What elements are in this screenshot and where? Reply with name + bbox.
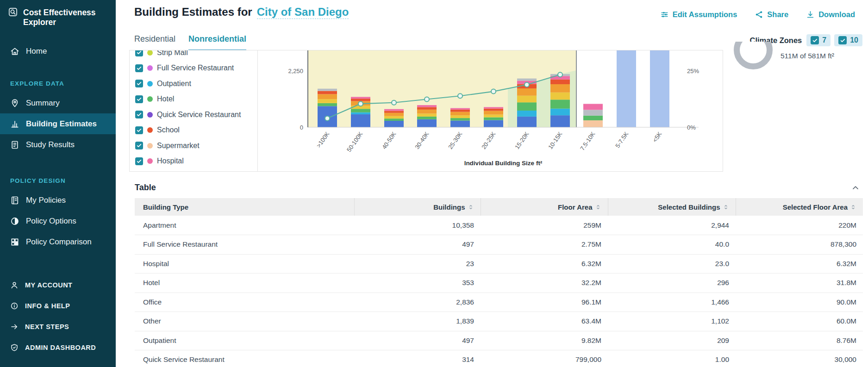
sort-icon[interactable] <box>723 204 729 211</box>
bar-segment[interactable] <box>583 104 603 110</box>
bar-segment[interactable] <box>384 111 404 113</box>
action-edit-assumptions[interactable]: Edit Assumptions <box>660 10 737 19</box>
bar-segment[interactable] <box>517 79 537 81</box>
legend-checkbox[interactable] <box>135 126 143 134</box>
bar-segment[interactable] <box>417 107 437 109</box>
sidebar-item-admin-dashboard[interactable]: ADMIN DASHBOARD <box>0 337 116 358</box>
bar-segment[interactable] <box>650 50 669 127</box>
bar-segment[interactable] <box>318 99 337 103</box>
bar-segment[interactable] <box>450 108 470 110</box>
legend-checkbox[interactable] <box>135 142 143 149</box>
bar-segment[interactable] <box>517 88 537 96</box>
legend-item-hospital[interactable]: Hospital <box>135 154 257 169</box>
column-header-floor-area[interactable]: Floor Area <box>481 198 608 216</box>
line-marker[interactable] <box>425 97 429 102</box>
bar-segment[interactable] <box>517 96 537 103</box>
app-logo[interactable]: Cost Effectiveness Explorer <box>0 0 116 33</box>
column-header-selected-floor-area[interactable]: Selected Floor Area <box>736 198 863 216</box>
legend-checkbox[interactable] <box>135 64 143 72</box>
bar-segment[interactable] <box>417 117 437 119</box>
bar-segment[interactable] <box>550 100 570 108</box>
legend-item-quick-service-restaurant[interactable]: Quick Service Restaurant <box>135 107 257 123</box>
sort-icon[interactable] <box>850 204 856 211</box>
sidebar-item-study-results[interactable]: Study Results <box>0 134 116 155</box>
bar-segment[interactable] <box>484 115 503 118</box>
bar-segment[interactable] <box>351 112 370 114</box>
bar-segment[interactable] <box>384 118 404 121</box>
action-download[interactable]: Download <box>806 10 855 19</box>
sidebar-item-my-account[interactable]: MY ACCOUNT <box>0 274 116 295</box>
table-row[interactable]: Quick Service Restaurant314799,0001.0030… <box>135 350 863 367</box>
line-marker[interactable] <box>325 116 330 121</box>
legend-checkbox[interactable] <box>135 50 143 56</box>
bar-segment[interactable] <box>450 112 470 116</box>
legend-item-school[interactable]: School <box>135 123 257 138</box>
bar-segment[interactable] <box>351 114 370 127</box>
legend-item-supermarket[interactable]: Supermarket <box>135 138 257 154</box>
legend-item-outpatient[interactable]: Outpatient <box>135 76 257 92</box>
legend-checkbox[interactable] <box>135 157 143 165</box>
table-row[interactable]: Hotel35332.2M29631.8M <box>135 274 863 293</box>
bar-segment[interactable] <box>417 110 437 114</box>
jurisdiction-link[interactable]: City of San Diego <box>257 6 349 19</box>
bar-segment[interactable] <box>583 116 603 120</box>
sidebar-item-building-estimates[interactable]: Building Estimates <box>0 113 116 134</box>
column-header-buildings[interactable]: Buildings <box>354 198 481 216</box>
bar-segment[interactable] <box>550 93 570 100</box>
legend-checkbox[interactable] <box>135 80 143 87</box>
line-marker[interactable] <box>358 101 363 106</box>
bar-segment[interactable] <box>484 120 503 127</box>
bar-segment[interactable] <box>583 120 603 127</box>
bar-segment[interactable] <box>318 89 337 91</box>
sidebar-item-summary[interactable]: Summary <box>0 93 116 113</box>
bar-segment[interactable] <box>484 109 503 111</box>
table-row[interactable]: Office2,83696.1M1,46690.0M <box>135 292 863 312</box>
bar-segment[interactable] <box>450 120 470 127</box>
bar-segment[interactable] <box>550 84 570 93</box>
bar-segment[interactable] <box>617 50 636 127</box>
bar-segment[interactable] <box>417 113 437 116</box>
sidebar-item-next-steps[interactable]: NEXT STEPS <box>0 316 116 337</box>
line-marker[interactable] <box>491 89 496 94</box>
bar-segment[interactable] <box>484 117 503 120</box>
bar-segment[interactable] <box>450 118 470 120</box>
line-marker[interactable] <box>458 93 462 98</box>
table-row[interactable]: Other1,83963.4M1,10260.0M <box>135 312 863 331</box>
bar-segment[interactable] <box>318 103 337 106</box>
action-share[interactable]: Share <box>755 10 788 19</box>
bar-segment[interactable] <box>450 115 470 118</box>
bar-segment[interactable] <box>417 105 437 107</box>
legend-checkbox[interactable] <box>135 111 143 118</box>
line-marker[interactable] <box>558 72 562 77</box>
bar-segment[interactable] <box>351 97 370 99</box>
bar-segment[interactable] <box>550 115 570 127</box>
bar-segment[interactable] <box>484 107 503 108</box>
sort-icon[interactable] <box>468 204 474 211</box>
table-row[interactable]: Apartment10,358259M2,944220M <box>135 216 863 235</box>
bar-segment[interactable] <box>517 102 537 111</box>
bar-segment[interactable] <box>384 121 404 127</box>
legend-item-full-service-restaurant[interactable]: Full Service Restaurant <box>135 61 257 76</box>
line-marker[interactable] <box>525 82 529 87</box>
bar-segment[interactable] <box>550 80 570 84</box>
bar-segment[interactable] <box>384 113 404 116</box>
bar-segment[interactable] <box>517 117 537 127</box>
bar-segment[interactable] <box>384 116 404 118</box>
legend-checkbox[interactable] <box>135 95 143 103</box>
bar-segment[interactable] <box>517 111 537 117</box>
sidebar-item-home[interactable]: Home <box>0 41 116 62</box>
bar-segment[interactable] <box>450 110 470 112</box>
sidebar-item-my-policies[interactable]: My Policies <box>0 190 116 211</box>
bar-segment[interactable] <box>550 109 570 116</box>
legend-item-hotel[interactable]: Hotel <box>135 92 257 107</box>
table-row[interactable]: Full Service Restaurant4972.75M40.0878,3… <box>135 235 863 255</box>
column-header-selected-buildings[interactable]: Selected Buildings <box>608 198 736 216</box>
bar-segment[interactable] <box>318 94 337 99</box>
sort-icon[interactable] <box>595 204 601 211</box>
bar-segment[interactable] <box>351 99 370 101</box>
table-row[interactable]: Outpatient4979.82M2098.76M <box>135 331 863 350</box>
bar-segment[interactable] <box>484 111 503 115</box>
table-row[interactable]: Hospital236.32M23.06.32M <box>135 254 863 274</box>
sidebar-item-policy-options[interactable]: Policy Options <box>0 211 116 231</box>
collapse-table-chevron-icon[interactable] <box>851 183 860 193</box>
